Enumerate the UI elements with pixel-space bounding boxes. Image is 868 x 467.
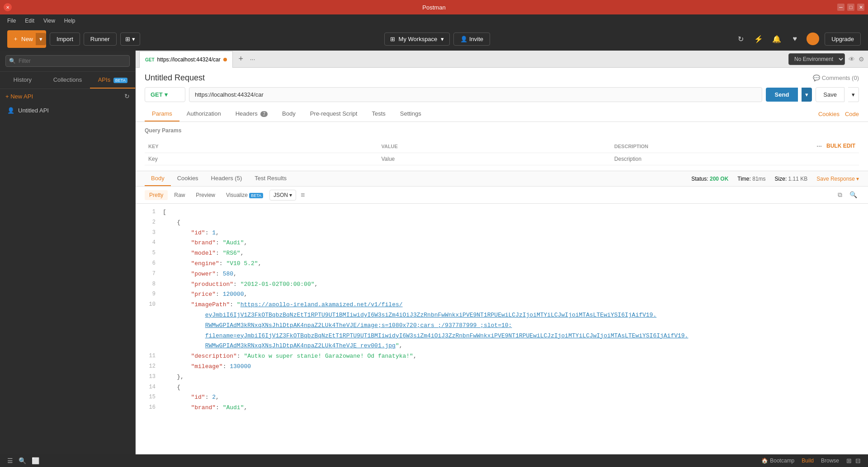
method-select[interactable]: GET ▾ [145, 87, 185, 102]
json-line-14: 14 { [136, 383, 868, 393]
tab-more-button[interactable]: ··· [247, 56, 258, 63]
console-icon[interactable]: ⬜ [32, 457, 39, 464]
code-link[interactable]: Code [845, 111, 859, 117]
new-dropdown-arrow[interactable]: ▾ [36, 33, 46, 45]
copy-icon[interactable]: ⧉ [836, 189, 844, 201]
save-response-button[interactable]: Save Response ▾ [816, 176, 859, 182]
sidebar-toggle-icon[interactable]: ☰ [7, 457, 13, 464]
tab-close-dot[interactable] [223, 58, 227, 61]
request-area: Untitled Request 💬 Comments (0) GET ▾ Se… [136, 68, 868, 454]
menu-help[interactable]: Help [61, 17, 79, 25]
sidebar-item-untitled-api[interactable]: 👤 Untitled API [0, 103, 135, 117]
runner-button[interactable]: Runner [84, 33, 117, 46]
upgrade-button[interactable]: Upgrade [825, 33, 861, 46]
description-input[interactable] [614, 156, 855, 162]
params-empty-row [145, 153, 859, 165]
image-path-link-5[interactable]: RWMwGPIAdM3kRNxqXNsJhlDtpAK4npaZ2LUk4The… [205, 342, 396, 349]
menu-file[interactable]: File [4, 17, 19, 25]
req-tab-tests[interactable]: Tests [364, 107, 392, 121]
format-type-select[interactable]: JSON ▾ [269, 190, 296, 201]
search-response-icon[interactable]: 🔍 [848, 189, 859, 201]
req-tab-authorization[interactable]: Authorization [179, 107, 228, 121]
format-tab-preview[interactable]: Preview [191, 190, 220, 200]
search-input[interactable] [5, 55, 130, 67]
format-tab-raw[interactable]: Raw [170, 190, 189, 200]
format-tab-pretty[interactable]: Pretty [145, 190, 168, 200]
import-button[interactable]: Import [50, 33, 80, 46]
bootcamp-link[interactable]: 🏠 Bootcamp [761, 458, 794, 464]
req-tab-params[interactable]: Params [145, 107, 179, 121]
res-tab-headers[interactable]: Headers (5) [205, 171, 249, 186]
refresh-button[interactable]: ↻ [124, 93, 130, 100]
bulk-edit-link[interactable]: Bulk Edit [826, 143, 855, 150]
format-tab-visualize[interactable]: Visualize BETA [222, 190, 268, 200]
req-tab-settings[interactable]: Settings [393, 107, 429, 121]
params-more-icon[interactable]: ··· [816, 143, 822, 150]
tab-apis[interactable]: APIs BETA [90, 72, 135, 89]
image-path-link-3[interactable]: RWMwGPIAdM3kRNxqXNsJhlDtpAK4npaZ2LUk4The… [205, 322, 512, 329]
add-tab-button[interactable]: + [235, 53, 247, 65]
json-line-9: 9 "price": 120000, [136, 290, 868, 300]
json-line-10d: filename=eyJmbiI6IjV1Z3FkOTBqbzBqNzEtT1R… [136, 331, 868, 341]
url-input[interactable] [189, 87, 762, 102]
comments-icon: 💬 [813, 75, 820, 81]
sync-icon[interactable]: ↻ [734, 33, 747, 45]
cookies-link[interactable]: Cookies [818, 111, 840, 117]
new-button[interactable]: ＋ New ▾ [7, 30, 46, 48]
req-tab-pre-request[interactable]: Pre-request Script [303, 107, 365, 121]
layout-toggle-2[interactable]: ⊟ [855, 457, 861, 464]
tab-collections[interactable]: Collections [45, 72, 90, 89]
browse-link[interactable]: Browse [821, 458, 839, 464]
minimize-button[interactable]: ─ [837, 4, 844, 11]
value-input[interactable] [381, 156, 607, 162]
json-line-6: 6 "engine": "V10 5.2", [136, 259, 868, 269]
params-table: KEY VALUE DESCRIPTION ··· Bulk Edit [145, 140, 859, 165]
sidebar-search-area: 🔍 [0, 51, 135, 72]
size-label: Size: 1.11 KB [775, 176, 808, 182]
req-tab-headers[interactable]: Headers 7 [228, 107, 275, 121]
layout-toggle-1[interactable]: ⊞ [846, 457, 852, 464]
response-status: Status: 200 OK Time: 81ms Size: 1.11 KB … [691, 176, 859, 182]
res-tab-cookies[interactable]: Cookies [171, 171, 205, 186]
new-api-button[interactable]: + New API [5, 93, 33, 100]
workspace-button[interactable]: ⊞ My Workspace ▾ [384, 33, 450, 46]
app-icon: ✕ [4, 3, 12, 11]
req-tab-body[interactable]: Body [275, 107, 303, 121]
content-area: GET https://localhost:44324/car + ··· No… [136, 51, 868, 454]
json-line-1: 1 [ [136, 207, 868, 218]
comments-link[interactable]: 💬 Comments (0) [813, 75, 859, 81]
invite-button[interactable]: 👤 Invite [453, 33, 490, 46]
avatar[interactable] [807, 33, 819, 45]
image-path-link[interactable]: https://apollo-ireland.akamaized.net/v1/… [241, 301, 403, 308]
send-dropdown-button[interactable]: ▾ [802, 88, 812, 102]
search-bottom-icon[interactable]: 🔍 [19, 457, 26, 464]
request-tab[interactable]: GET https://localhost:44324/car [139, 51, 233, 68]
interceptor-icon[interactable]: ⚡ [752, 33, 765, 45]
heart-icon[interactable]: ♥ [788, 33, 801, 45]
settings-icon[interactable]: ⚙ [859, 56, 864, 63]
tabs-bar: GET https://localhost:44324/car + ··· No… [136, 51, 868, 68]
notifications-icon[interactable]: 🔔 [770, 33, 783, 45]
eye-icon[interactable]: 👁 [849, 56, 855, 63]
bootcamp-icon: 🏠 [761, 458, 768, 464]
menu-edit[interactable]: Edit [21, 17, 38, 25]
res-tab-body[interactable]: Body [145, 171, 171, 186]
request-title: Untitled Request [145, 73, 205, 83]
image-path-link-2[interactable]: eyJmbiI6IjV1Z3FkOTBqbzBqNzEtT1RPTU9UT1BM… [205, 312, 657, 318]
menu-view[interactable]: View [40, 17, 59, 25]
environment-select[interactable]: No Environment [788, 53, 845, 65]
image-path-link-4[interactable]: filename=eyJmbiI6IjV1Z3FkOTBqbzBqNzEtT1R… [205, 332, 689, 339]
res-tab-test-results[interactable]: Test Results [248, 171, 293, 186]
send-button[interactable]: Send [766, 88, 798, 102]
layout-button[interactable]: ⊞ ▾ [120, 33, 140, 46]
key-input[interactable] [148, 156, 374, 162]
tab-history[interactable]: History [0, 72, 45, 89]
build-link[interactable]: Build [802, 458, 814, 464]
apis-beta-badge: BETA [113, 78, 127, 83]
bottom-right: 🏠 Bootcamp Build Browse ⊞ ⊟ [761, 457, 861, 464]
word-wrap-icon[interactable]: ≡ [301, 191, 305, 199]
maximize-button[interactable]: □ [847, 4, 854, 11]
save-button[interactable]: Save [816, 87, 844, 102]
save-dropdown-button[interactable]: ▾ [848, 87, 859, 102]
close-button[interactable]: ✕ [857, 4, 864, 11]
